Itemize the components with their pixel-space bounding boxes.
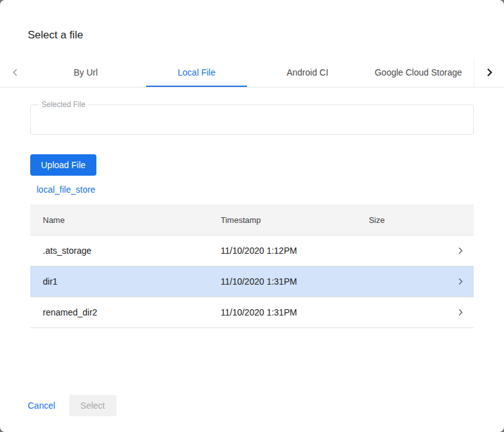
page-title: Select a file — [28, 29, 504, 42]
tab-label: Local File — [178, 67, 215, 77]
column-header-name: Name — [43, 215, 220, 225]
select-file-dialog: Select a file By Url Local File Android … — [0, 0, 504, 432]
file-name: dir1 — [43, 276, 220, 287]
table-row-ats-storage[interactable]: .ats_storage 11/10/2020 1:12PM — [30, 236, 474, 266]
file-timestamp: 11/10/2020 1:31PM — [220, 307, 369, 317]
tab-android-ci[interactable]: Android CI — [252, 58, 363, 87]
tabs-scroll-left-button[interactable] — [0, 58, 30, 87]
table-row-dir1[interactable]: dir1 11/10/2020 1:31PM — [30, 266, 474, 297]
tab-label: Google Cloud Storage — [375, 67, 462, 77]
tab-bar: By Url Local File Android CI Google Clou… — [0, 58, 504, 88]
chevron-right-icon[interactable] — [449, 276, 466, 287]
tab-google-cloud-storage[interactable]: Google Cloud Storage — [363, 58, 474, 87]
tab-strip: By Url Local File Android CI Google Clou… — [30, 58, 474, 87]
selected-file-input[interactable] — [31, 105, 473, 134]
file-timestamp: 11/10/2020 1:12PM — [220, 246, 369, 256]
table-header-row: Name Timestamp Size — [30, 205, 474, 236]
column-header-size: Size — [369, 215, 449, 225]
column-header-timestamp: Timestamp — [220, 215, 369, 225]
file-table: Name Timestamp Size .ats_storage 11/10/2… — [30, 205, 474, 328]
tab-label: By Url — [74, 67, 98, 77]
dialog-footer: Cancel Select — [28, 395, 117, 416]
selected-file-field-label: Selected File — [38, 100, 88, 109]
file-timestamp: 11/10/2020 1:31PM — [220, 276, 369, 287]
tab-label: Android CI — [287, 67, 328, 77]
chevron-left-icon — [9, 66, 21, 79]
dialog-content: Selected File Upload File local_file_sto… — [0, 88, 504, 432]
tab-by-url[interactable]: By Url — [30, 58, 141, 87]
breadcrumb-local-file-store[interactable]: local_file_store — [37, 185, 95, 195]
file-name: renamed_dir2 — [43, 307, 220, 317]
cancel-button[interactable]: Cancel — [28, 401, 55, 411]
chevron-right-icon[interactable] — [449, 307, 466, 318]
tabs-scroll-right-button[interactable] — [474, 58, 504, 87]
tab-local-file[interactable]: Local File — [141, 58, 252, 87]
file-name: .ats_storage — [43, 246, 220, 256]
chevron-right-icon — [483, 65, 496, 79]
table-row-renamed-dir2[interactable]: renamed_dir2 11/10/2020 1:31PM — [30, 297, 474, 328]
upload-file-button[interactable]: Upload File — [30, 154, 96, 176]
chevron-right-icon[interactable] — [449, 245, 466, 256]
selected-file-field[interactable]: Selected File — [30, 105, 474, 135]
select-button[interactable]: Select — [69, 395, 117, 416]
